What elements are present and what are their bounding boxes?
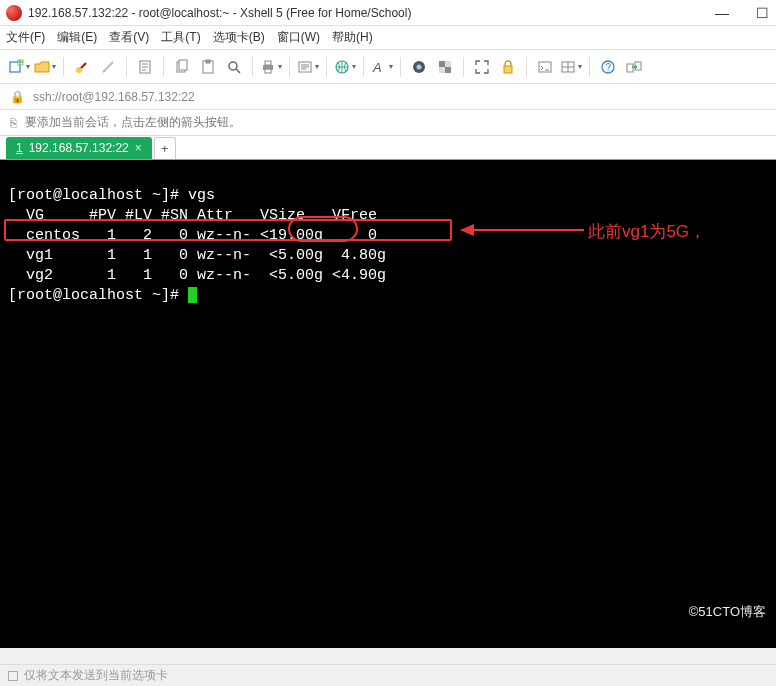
toolbar-separator	[126, 57, 127, 77]
menu-edit[interactable]: 编辑(E)	[57, 29, 97, 46]
toolbar-separator	[63, 57, 64, 77]
print-button[interactable]	[260, 55, 282, 79]
prompt-line: [root@localhost ~]#	[8, 287, 197, 304]
toolbar-separator	[163, 57, 164, 77]
xftp-button[interactable]	[623, 55, 645, 79]
menu-tools[interactable]: 工具(T)	[161, 29, 200, 46]
tab-index: 1	[16, 141, 23, 155]
watermark: ©51CTO博客	[689, 602, 766, 622]
font-button[interactable]: A	[371, 55, 393, 79]
menu-file[interactable]: 文件(F)	[6, 29, 45, 46]
color-scheme-button[interactable]	[408, 55, 430, 79]
encoding-button[interactable]	[297, 55, 319, 79]
svg-rect-17	[439, 61, 445, 67]
svg-rect-7	[206, 60, 210, 63]
menu-window[interactable]: 窗口(W)	[277, 29, 320, 46]
find-button[interactable]	[223, 55, 245, 79]
toolbar-separator	[326, 57, 327, 77]
add-session-icon[interactable]: ⎘	[10, 116, 17, 130]
copy-button[interactable]	[171, 55, 193, 79]
layout-button[interactable]	[560, 55, 582, 79]
toolbar-separator	[463, 57, 464, 77]
properties-button[interactable]	[134, 55, 156, 79]
session-tab-active[interactable]: 1 192.168.57.132:22 ×	[6, 137, 152, 159]
svg-rect-19	[445, 61, 451, 67]
toolbar-separator	[589, 57, 590, 77]
transparency-button[interactable]	[434, 55, 456, 79]
svg-text:A: A	[372, 60, 382, 75]
toolbar-separator	[289, 57, 290, 77]
annotation-box	[4, 219, 452, 241]
tab-close-icon[interactable]: ×	[135, 141, 142, 155]
svg-rect-10	[265, 61, 271, 65]
svg-point-8	[229, 62, 237, 70]
output-row-highlight: vg1 1 1 0 wz--n- <5.00g 4.80g	[8, 247, 386, 264]
svg-point-16	[417, 64, 422, 69]
svg-rect-11	[265, 69, 271, 73]
new-session-button[interactable]	[8, 55, 30, 79]
cursor	[188, 287, 197, 303]
disconnect-button[interactable]	[97, 55, 119, 79]
annotation-arrow	[460, 215, 584, 245]
tip-bar: ⎘ 要添加当前会话，点击左侧的箭头按钮。	[0, 110, 776, 136]
address-bar: 🔒 ssh://root@192.168.57.132:22	[0, 84, 776, 110]
lock-button[interactable]	[497, 55, 519, 79]
new-tab-button[interactable]: +	[154, 137, 176, 159]
svg-rect-5	[179, 60, 187, 70]
maximize-button[interactable]: ☐	[752, 0, 772, 26]
svg-rect-21	[504, 66, 512, 73]
tip-text: 要添加当前会话，点击左侧的箭头按钮。	[25, 114, 241, 131]
output-row: vg2 1 1 0 wz--n- <5.00g <4.90g	[8, 267, 386, 284]
paste-button[interactable]	[197, 55, 219, 79]
quick-command-button[interactable]	[534, 55, 556, 79]
svg-rect-18	[445, 67, 451, 73]
language-button[interactable]	[334, 55, 356, 79]
address-text[interactable]: ssh://root@192.168.57.132:22	[33, 90, 195, 104]
window-title-bar: 192.168.57.132:22 - root@localhost:~ - X…	[0, 0, 776, 26]
svg-rect-26	[627, 64, 633, 72]
menu-bar: 文件(F) 编辑(E) 查看(V) 工具(T) 选项卡(B) 窗口(W) 帮助(…	[0, 26, 776, 50]
terminal-area[interactable]: [root@localhost ~]# vgs VG #PV #LV #SN A…	[0, 160, 776, 648]
app-icon	[6, 5, 22, 21]
fullscreen-button[interactable]	[471, 55, 493, 79]
help-button[interactable]: ?	[597, 55, 619, 79]
tab-label: 192.168.57.132:22	[29, 141, 129, 155]
menu-tabs[interactable]: 选项卡(B)	[213, 29, 265, 46]
session-tabs: 1 192.168.57.132:22 × +	[0, 136, 776, 160]
status-icon	[8, 671, 18, 681]
toolbar-separator	[526, 57, 527, 77]
svg-rect-20	[439, 67, 445, 73]
window-title: 192.168.57.132:22 - root@localhost:~ - X…	[28, 6, 770, 20]
toolbar-separator	[252, 57, 253, 77]
status-text: 仅将文本发送到当前选项卡	[24, 667, 168, 684]
menu-help[interactable]: 帮助(H)	[332, 29, 373, 46]
open-session-button[interactable]	[34, 55, 56, 79]
minimize-button[interactable]: —	[712, 0, 732, 26]
toolbar-separator	[363, 57, 364, 77]
menu-view[interactable]: 查看(V)	[109, 29, 149, 46]
svg-marker-29	[460, 224, 474, 236]
annotation-oval	[288, 216, 358, 242]
status-bar: 仅将文本发送到当前选项卡	[0, 664, 776, 686]
svg-text:?: ?	[606, 62, 612, 73]
prompt-line: [root@localhost ~]# vgs	[8, 187, 215, 204]
connect-button[interactable]	[71, 55, 93, 79]
annotation-text: 此前vg1为5G，	[588, 222, 706, 242]
toolbar-separator	[400, 57, 401, 77]
lock-icon: 🔒	[10, 90, 25, 104]
toolbar: A ?	[0, 50, 776, 84]
